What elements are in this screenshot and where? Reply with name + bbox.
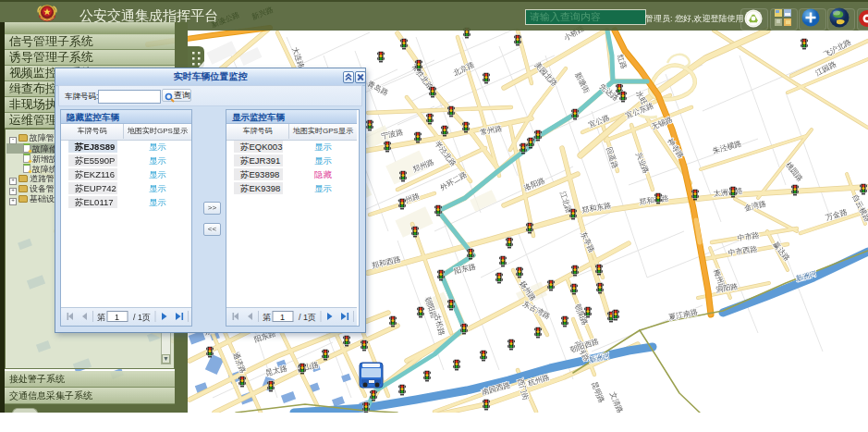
svg-text:第: 第: [263, 313, 271, 322]
svg-text:/ 1页: / 1页: [133, 313, 151, 322]
svg-text:第: 第: [97, 313, 105, 322]
svg-text:/ 1页: / 1页: [299, 313, 316, 322]
svg-text:1: 1: [280, 313, 285, 322]
svg-text:1: 1: [115, 313, 119, 322]
